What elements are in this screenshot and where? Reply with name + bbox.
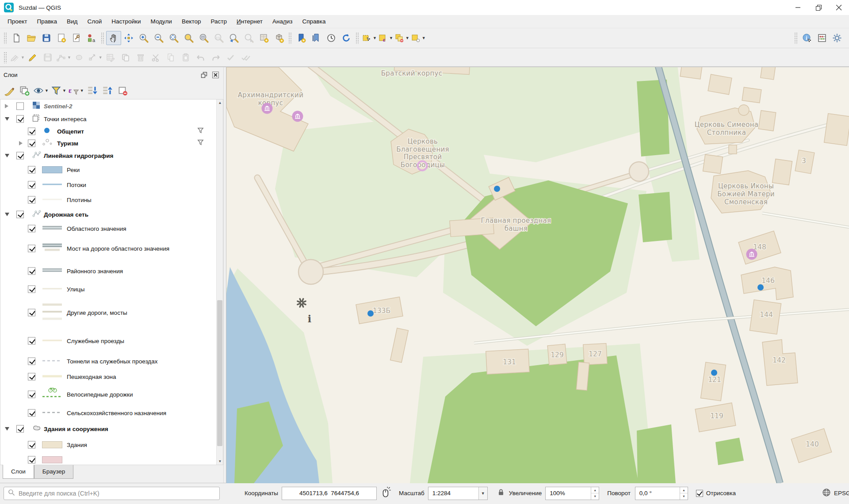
render-checkbox[interactable] [696,490,703,497]
collapse-arrow-icon[interactable] [5,427,9,431]
filter-indicator-icon[interactable] [197,138,204,148]
magnifier-spinbox[interactable]: 100% ▲▼ [545,487,599,500]
filter-indicator-icon[interactable] [197,126,204,136]
dropdown-arrow[interactable]: ▼ [80,88,84,93]
menu-Вид[interactable]: Вид [62,15,82,28]
zoom-to-layer-button[interactable] [196,31,211,45]
layer-row-Точки интереса[interactable]: Точки интереса [0,113,223,125]
layer-row-Потоки[interactable]: Потоки [0,177,223,192]
zoom-last-button[interactable] [226,31,241,45]
scrollbar-thumb[interactable] [217,300,222,446]
layer-visibility-checkbox[interactable] [16,210,24,218]
close-button[interactable] [829,0,849,15]
new-print-layout-button[interactable] [54,31,69,45]
open-layer-styling-button[interactable] [3,84,16,97]
layer-visibility-checkbox[interactable] [28,245,35,252]
layer-visibility-checkbox[interactable] [28,267,35,275]
manage-map-themes-button[interactable]: ▼ [33,84,49,97]
panel-splitter[interactable] [223,67,226,483]
layer-row-untitled[interactable] [0,454,223,465]
dropdown-arrow[interactable]: ▼ [373,36,377,40]
layer-row-Областного значения[interactable]: Областного значения [0,221,223,236]
menu-Модули[interactable]: Модули [146,15,177,28]
collapse-arrow-icon[interactable] [5,213,9,216]
layer-visibility-checkbox[interactable] [28,391,35,398]
temporal-controller-button[interactable] [324,31,339,45]
tab-layers[interactable]: Слои [3,465,34,479]
scroll-up-arrow[interactable]: ▲ [217,99,223,106]
select-by-expression-button[interactable]: ε▼ [377,31,394,45]
pan-map-button[interactable] [106,31,121,45]
zoom-full-button[interactable] [166,31,181,45]
layer-visibility-checkbox[interactable] [28,456,35,464]
minimize-button[interactable] [788,0,808,15]
layer-row-Sentinel-2[interactable]: Sentinel-2 [0,99,223,113]
options-button[interactable] [830,31,845,45]
toolbar-handle[interactable] [4,52,7,63]
select-by-value-button[interactable]: ▼ [410,31,426,45]
scale-dropdown-arrow[interactable]: ▼ [478,487,487,500]
dropdown-arrow[interactable]: ▼ [62,88,66,93]
layer-visibility-checkbox[interactable] [28,337,35,345]
layer-visibility-checkbox[interactable] [16,103,24,110]
save-project-button[interactable] [39,31,54,45]
layer-visibility-checkbox[interactable] [28,441,35,449]
collapse-arrow-icon[interactable] [5,154,9,157]
new-spatial-bookmark-button[interactable] [294,31,309,45]
rotation-spinbox[interactable]: 0,0 ° ▲▼ [635,487,688,500]
magnifier-spin-arrows[interactable]: ▲▼ [591,487,599,500]
coordinates-input[interactable]: 4501713,6 7644754,6 [282,487,377,500]
toolbar-handle[interactable] [356,32,359,44]
layer-row-Сельскохозяйственного назначения[interactable]: Сельскохозяйственного назначения [0,404,223,422]
layer-row-Реки[interactable]: Реки [0,162,223,177]
menu-Растр[interactable]: Растр [206,15,232,28]
layer-visibility-checkbox[interactable] [16,425,24,433]
dropdown-arrow[interactable]: ▼ [422,36,426,40]
layer-visibility-checkbox[interactable] [16,115,24,123]
crs-status[interactable]: EPSG [834,490,849,496]
layer-visibility-checkbox[interactable] [28,309,35,317]
select-features-button[interactable]: ▼ [361,31,377,45]
toolbar-handle[interactable] [288,32,292,44]
layer-row-Улицы[interactable]: Улицы [0,281,223,297]
open-project-button[interactable] [24,31,39,45]
tab-browser[interactable]: Браузер [34,465,74,479]
zoom-in-button[interactable] [136,31,151,45]
panel-close-button[interactable] [211,70,220,79]
zoom-out-button[interactable] [151,31,166,45]
layer-visibility-checkbox[interactable] [16,152,24,160]
menu-Анализ[interactable]: Анализ [268,15,298,28]
menu-Правка[interactable]: Правка [32,15,62,28]
toggle-editing-button[interactable] [25,50,40,65]
layer-row-Районного значения[interactable]: Районного значения [0,261,223,281]
dropdown-arrow[interactable]: ▼ [67,55,71,60]
layer-row-Пешеходная зона[interactable]: Пешеходная зона [0,369,223,385]
statistical-summary-button[interactable] [815,31,830,45]
toolbar-handle[interactable] [4,32,7,44]
layer-visibility-checkbox[interactable] [28,358,35,365]
dropdown-arrow[interactable]: ▼ [389,36,393,40]
add-group-button[interactable] [18,84,31,97]
mouse-position-icon[interactable] [380,487,392,500]
layer-row-Служебные проезды[interactable]: Служебные проезды [0,328,223,354]
menu-Вектор[interactable]: Вектор [177,15,206,28]
layer-visibility-checkbox[interactable] [28,181,35,188]
menu-Интернет[interactable]: Интернет [232,15,268,28]
dropdown-arrow[interactable]: ▼ [405,36,409,40]
rotation-spin-arrows[interactable]: ▲▼ [680,487,688,500]
new-3d-map-view-button[interactable] [272,31,287,45]
scale-combo[interactable]: 1:2284 ▼ [428,487,488,500]
toolbar-handle[interactable] [101,32,104,44]
new-project-button[interactable] [9,31,24,45]
layer-visibility-checkbox[interactable] [28,409,35,417]
tree-scrollbar[interactable]: ▲▼ [216,99,223,465]
layer-row-Другие дороги, мосты[interactable]: Другие дороги, мосты [0,297,223,328]
dropdown-arrow[interactable]: ▼ [99,55,103,60]
restore-button[interactable] [808,0,829,15]
panel-float-button[interactable] [199,70,208,79]
layer-row-Велосипедные дорожки[interactable]: Велосипедные дорожки [0,385,223,404]
show-bookmarks-button[interactable] [309,31,324,45]
scroll-down-arrow[interactable]: ▼ [217,458,223,465]
layer-row-Дорожная сеть[interactable]: Дорожная сеть [0,207,223,221]
layer-visibility-checkbox[interactable] [28,139,35,147]
